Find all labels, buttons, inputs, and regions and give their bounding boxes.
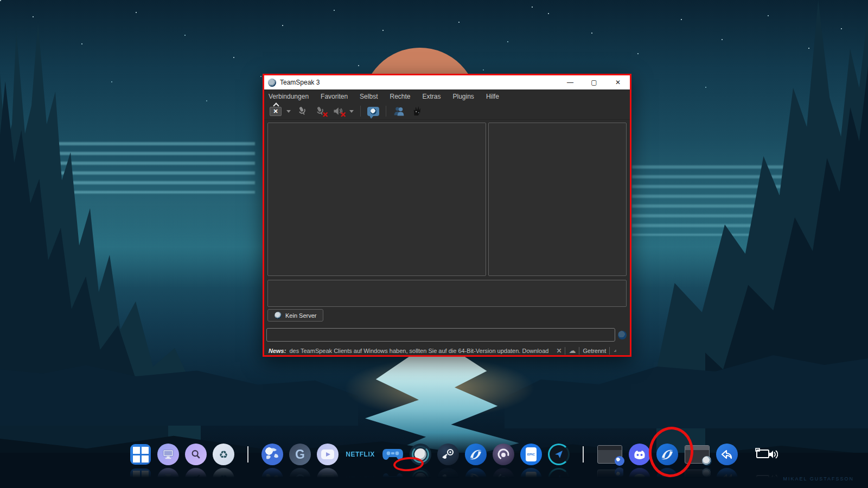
netflix-logo: NETFLIX — [344, 451, 376, 458]
tab-row: Kein Server — [267, 309, 627, 322]
youtube-icon — [317, 444, 339, 465]
chat-input[interactable] — [266, 328, 615, 342]
chrome-g-icon: G — [289, 444, 311, 465]
paper-plane-icon — [548, 444, 570, 465]
browser-window-thumbnail — [597, 445, 622, 464]
battle-net-icon — [465, 444, 487, 465]
menu-plugins[interactable]: Plugins — [453, 93, 474, 100]
menubar: Verbindungen Favoriten Selbst Rechte Ext… — [264, 89, 630, 103]
mute-microphone-icon[interactable]: ✕ — [314, 105, 327, 117]
cast-audio-icon — [755, 446, 778, 463]
menu-selbst[interactable]: Selbst — [360, 93, 378, 100]
chat-log-panel[interactable] — [267, 280, 627, 307]
mute-x-glyph: ✕ — [340, 111, 346, 119]
mute-x-glyph: ✕ — [322, 111, 328, 119]
resize-grip[interactable] — [614, 350, 616, 352]
close-button[interactable]: ✕ — [606, 75, 630, 89]
bubble-core — [371, 108, 376, 114]
stars — [0, 0, 1, 1]
taskbar-paper-plane[interactable] — [547, 443, 570, 466]
info-panel[interactable] — [488, 123, 627, 276]
taskbar-displays[interactable] — [157, 443, 180, 466]
capture-microphone-icon[interactable] — [296, 105, 309, 117]
mute-speakers-dropdown-icon[interactable] — [349, 110, 354, 113]
statusbar-separator — [565, 347, 565, 355]
teamspeak-badge-icon — [702, 456, 712, 466]
taskbar-window-preview[interactable] — [596, 443, 623, 466]
taskbar-netflix[interactable]: NETFLIX — [344, 443, 376, 466]
titlebar[interactable]: TeamSpeak 3 — ▢ ✕ — [264, 75, 630, 89]
taskbar-youtube[interactable] — [316, 443, 339, 466]
toolbar-separator — [360, 106, 361, 117]
chat-input-row — [266, 328, 627, 342]
globe-icon — [261, 444, 283, 465]
news-ticker-text[interactable]: des TeamSpeak Clients auf Windows haben,… — [289, 348, 548, 354]
taskbar-recycle-bin[interactable]: ♻ — [212, 443, 235, 466]
menu-hilfe[interactable]: Hilfe — [486, 93, 499, 100]
taskbar-epic-games[interactable]: EPIC — [520, 443, 542, 466]
server-tab-label: Kein Server — [285, 312, 316, 319]
display-icon — [157, 444, 179, 465]
window-title: TeamSpeak 3 — [280, 79, 320, 86]
teamspeak-tab-icon — [275, 312, 282, 319]
contacts-icon[interactable] — [393, 105, 406, 117]
menu-favoriten[interactable]: Favoriten — [321, 93, 348, 100]
ubisoft-icon — [493, 444, 514, 465]
taskbar-chrome[interactable]: G — [289, 443, 311, 466]
away-bubble-icon[interactable] — [367, 107, 379, 116]
news-label: News: — [269, 348, 286, 354]
teamspeak-window: TeamSpeak 3 — ▢ ✕ Verbindungen Favoriten… — [263, 74, 631, 357]
taskbar-separator — [247, 446, 248, 463]
teamspeak-logo-icon — [268, 79, 276, 87]
taskbar-search[interactable] — [184, 443, 207, 466]
taskbar-separator — [583, 446, 584, 463]
emoticon-button[interactable] — [618, 331, 627, 339]
discord-icon — [629, 444, 650, 465]
search-icon — [185, 444, 207, 465]
taskbar: ♻ G NETFLIX EPIC — [0, 439, 868, 470]
connect-icon[interactable]: ✕ — [270, 107, 282, 116]
sync-cloud-icon[interactable]: ☁ — [569, 346, 576, 355]
toolbar: ✕ ✕ ✕ — [264, 103, 630, 120]
taskbar-discord[interactable] — [628, 443, 651, 466]
epic-games-icon: EPIC — [520, 444, 542, 465]
connection-status: Getrennt — [583, 348, 606, 354]
main-area — [267, 123, 627, 276]
mute-speakers-icon[interactable]: ✕ — [331, 105, 344, 117]
minimize-button[interactable]: — — [558, 75, 582, 89]
taskbar-back-arrow[interactable] — [716, 443, 738, 466]
taskbar-web-browser[interactable] — [261, 443, 284, 466]
toolbar-separator — [386, 106, 386, 117]
wallpaper-artist-credit: MIKAEL GUSTAFSSON — [783, 476, 854, 481]
news-close-icon[interactable]: ✕ — [556, 347, 561, 355]
connect-dropdown-icon[interactable] — [286, 110, 291, 113]
maximize-button[interactable]: ▢ — [582, 75, 606, 89]
statusbar: News: des TeamSpeak Clients auf Windows … — [269, 346, 626, 355]
recycle-bin-icon: ♻ — [213, 444, 234, 465]
steam-icon — [437, 444, 459, 465]
taskbar-windows-start[interactable] — [129, 443, 152, 466]
menu-rechte[interactable]: Rechte — [390, 93, 410, 100]
windows-logo-icon — [130, 444, 151, 465]
statusbar-separator — [579, 347, 579, 355]
taskbar-ubisoft-connect[interactable] — [492, 443, 515, 466]
desktop: MIKAEL GUSTAFSSON TeamSpeak 3 — ▢ ✕ Verb… — [0, 0, 868, 488]
menu-verbindungen[interactable]: Verbindungen — [269, 93, 309, 100]
globe-badge-icon — [615, 456, 624, 466]
taskbar-steam[interactable] — [437, 443, 459, 466]
epic-badge: EPIC — [526, 447, 537, 461]
server-tree-panel[interactable] — [267, 123, 486, 276]
statusbar-separator — [609, 347, 610, 355]
back-arrow-icon — [716, 444, 738, 465]
hotkeys-icon[interactable] — [411, 105, 424, 117]
server-tab[interactable]: Kein Server — [267, 309, 323, 322]
menu-extras[interactable]: Extras — [423, 93, 441, 100]
taskbar-battle-net[interactable] — [464, 443, 487, 466]
taskbar-cast-audio[interactable] — [755, 443, 778, 466]
